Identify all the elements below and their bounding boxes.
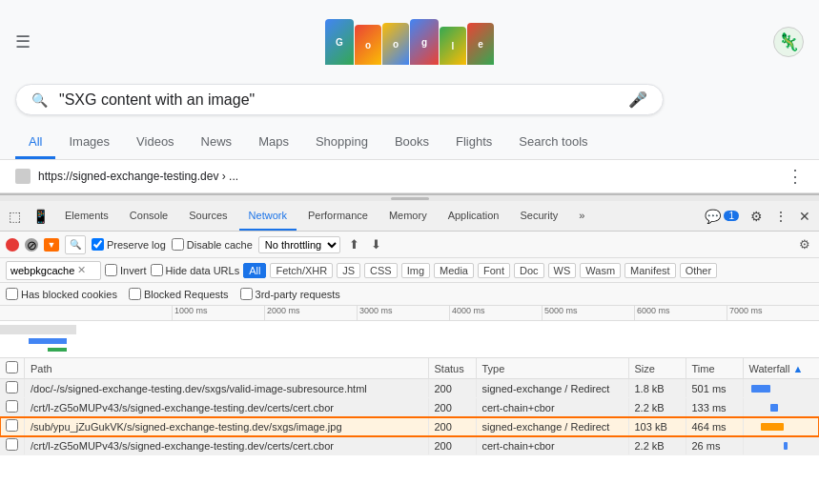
col-time[interactable]: Time bbox=[686, 358, 743, 379]
tab-more[interactable]: » bbox=[569, 201, 594, 231]
tab-shopping[interactable]: Shopping bbox=[302, 127, 381, 159]
tab-maps[interactable]: Maps bbox=[245, 127, 302, 159]
logo-area: G o o g l e bbox=[46, 15, 773, 69]
header-top: ☰ G o o g l e 🦎 bbox=[15, 8, 804, 76]
filter-css[interactable]: CSS bbox=[364, 263, 398, 278]
more-options-icon[interactable]: ⋮ bbox=[769, 206, 792, 227]
tab-search-tools[interactable]: Search tools bbox=[505, 127, 601, 159]
row-checkbox[interactable] bbox=[6, 381, 18, 393]
cell-time: 464 ms bbox=[686, 417, 743, 436]
row-checkbox[interactable] bbox=[6, 400, 18, 413]
filter-input[interactable] bbox=[10, 265, 77, 276]
cell-type: signed-exchange / Redirect bbox=[476, 379, 628, 398]
close-devtools-icon[interactable]: ✕ bbox=[794, 206, 815, 227]
search-box[interactable]: 🔍 "SXG content with an image" 🎤 bbox=[15, 84, 664, 115]
network-search-box[interactable]: 🔍 bbox=[65, 235, 86, 254]
filter-input-wrap[interactable]: ✕ bbox=[6, 261, 101, 280]
device-toolbar-icon[interactable]: 📱 bbox=[28, 206, 53, 227]
cell-waterfall bbox=[743, 417, 819, 436]
cell-type: signed-exchange / Redirect bbox=[476, 417, 628, 436]
tab-network[interactable]: Network bbox=[239, 201, 297, 231]
import-icon[interactable]: ⬆ bbox=[346, 236, 362, 252]
tab-elements[interactable]: Elements bbox=[55, 201, 118, 231]
filter-clear-icon[interactable]: ✕ bbox=[77, 264, 86, 276]
disable-cache-checkbox[interactable]: Disable cache bbox=[172, 238, 253, 251]
cell-size: 1.8 kB bbox=[628, 379, 686, 398]
col-status[interactable]: Status bbox=[428, 358, 476, 379]
filter-toggle-button[interactable]: ▼ bbox=[44, 238, 59, 252]
ruler-mark-3000: 3000 ms bbox=[357, 306, 449, 320]
tab-memory[interactable]: Memory bbox=[379, 201, 437, 231]
cell-path: /crt/l-zG5oMUPv43/s/signed-exchange-test… bbox=[25, 398, 429, 417]
table-row[interactable]: /crt/l-zG5oMUPv43/s/signed-exchange-test… bbox=[0, 436, 819, 455]
filter-ws[interactable]: WS bbox=[548, 263, 577, 278]
export-icon[interactable]: ⬇ bbox=[368, 236, 384, 252]
element-picker-icon[interactable]: ⬚ bbox=[4, 206, 26, 227]
blocked-requests-checkbox[interactable]: Blocked Requests bbox=[129, 288, 229, 300]
col-path[interactable]: Path bbox=[25, 358, 429, 379]
mic-icon[interactable]: 🎤 bbox=[628, 91, 647, 109]
invert-checkbox[interactable]: Invert bbox=[105, 264, 147, 276]
filter-doc[interactable]: Doc bbox=[514, 263, 544, 278]
table-row[interactable]: /doc/-/s/signed-exchange-testing.dev/sxg… bbox=[0, 379, 819, 398]
tab-images[interactable]: Images bbox=[55, 127, 123, 159]
filter-js[interactable]: JS bbox=[337, 263, 360, 278]
ruler-mark-2000: 2000 ms bbox=[264, 306, 357, 320]
record-button[interactable] bbox=[6, 238, 19, 252]
ruler-mark-7000: 7000 ms bbox=[727, 306, 819, 320]
network-table-container[interactable]: Path Status Type Size Time Waterfall ▲ /… bbox=[0, 358, 819, 455]
select-all-checkbox[interactable] bbox=[6, 361, 18, 373]
cell-status: 200 bbox=[428, 417, 476, 436]
timeline-bars bbox=[0, 321, 819, 358]
feedback-icon[interactable]: 💬1 bbox=[700, 206, 744, 227]
google-header: ☰ G o o g l e 🦎 🔍 "SXG content with an i… bbox=[0, 0, 819, 160]
filter-img[interactable]: Img bbox=[401, 263, 430, 278]
tab-performance[interactable]: Performance bbox=[298, 201, 378, 231]
tab-news[interactable]: News bbox=[188, 127, 246, 159]
result-more-icon[interactable]: ⋮ bbox=[787, 166, 804, 187]
hamburger-icon[interactable]: ☰ bbox=[15, 31, 31, 52]
settings-icon[interactable]: ⚙ bbox=[746, 206, 768, 227]
throttle-select[interactable]: No throttling bbox=[258, 236, 340, 253]
table-row[interactable]: /crt/l-zG5oMUPv43/s/signed-exchange-test… bbox=[0, 398, 819, 417]
nav-tabs: All Images Videos News Maps Shopping Boo… bbox=[15, 127, 804, 159]
tab-sources[interactable]: Sources bbox=[179, 201, 236, 231]
tab-all[interactable]: All bbox=[15, 127, 55, 159]
clear-button[interactable]: ⊘ bbox=[25, 238, 38, 252]
avatar[interactable]: 🦎 bbox=[773, 27, 804, 57]
filter-other[interactable]: Other bbox=[680, 263, 718, 278]
tab-security[interactable]: Security bbox=[510, 201, 567, 231]
timeline-ruler: 1000 ms 2000 ms 3000 ms 4000 ms 5000 ms … bbox=[0, 306, 819, 321]
filter-media[interactable]: Media bbox=[434, 263, 474, 278]
search-query-text: "SXG content with an image" bbox=[59, 91, 628, 109]
tab-application[interactable]: Application bbox=[439, 201, 509, 231]
filter-manifest[interactable]: Manifest bbox=[624, 263, 676, 278]
hide-data-urls-checkbox[interactable]: Hide data URLs bbox=[151, 264, 240, 276]
cell-time: 133 ms bbox=[686, 398, 743, 417]
filter-wasm[interactable]: Wasm bbox=[580, 263, 621, 278]
col-waterfall[interactable]: Waterfall ▲ bbox=[743, 358, 819, 379]
filter-fetch-xhr[interactable]: Fetch/XHR bbox=[270, 263, 333, 278]
cell-status: 200 bbox=[428, 398, 476, 417]
tab-console[interactable]: Console bbox=[120, 201, 177, 231]
tab-videos[interactable]: Videos bbox=[123, 127, 188, 159]
filter-all[interactable]: All bbox=[243, 263, 266, 278]
cell-type: cert-chain+cbor bbox=[476, 398, 628, 417]
has-blocked-cookies-checkbox[interactable]: Has blocked cookies bbox=[6, 288, 117, 300]
search-icon: 🔍 bbox=[31, 92, 48, 108]
network-table-body: /doc/-/s/signed-exchange-testing.dev/sxg… bbox=[0, 379, 819, 455]
row-checkbox[interactable] bbox=[6, 419, 18, 432]
third-party-requests-checkbox[interactable]: 3rd-party requests bbox=[240, 288, 340, 300]
preserve-log-checkbox[interactable]: Preserve log bbox=[92, 238, 166, 251]
col-size[interactable]: Size bbox=[628, 358, 686, 379]
filter-font[interactable]: Font bbox=[478, 263, 510, 278]
timeline-area: 1000 ms 2000 ms 3000 ms 4000 ms 5000 ms … bbox=[0, 306, 819, 358]
network-settings-icon[interactable]: ⚙ bbox=[796, 236, 813, 252]
cell-path: /sub/ypu_jZuGukVK/s/signed-exchange-test… bbox=[25, 417, 429, 436]
table-row[interactable]: /sub/ypu_jZuGukVK/s/signed-exchange-test… bbox=[0, 417, 819, 436]
row-checkbox[interactable] bbox=[6, 438, 18, 451]
cell-size: 103 kB bbox=[628, 417, 686, 436]
tab-books[interactable]: Books bbox=[381, 127, 442, 159]
tab-flights[interactable]: Flights bbox=[442, 127, 505, 159]
col-type[interactable]: Type bbox=[476, 358, 628, 379]
